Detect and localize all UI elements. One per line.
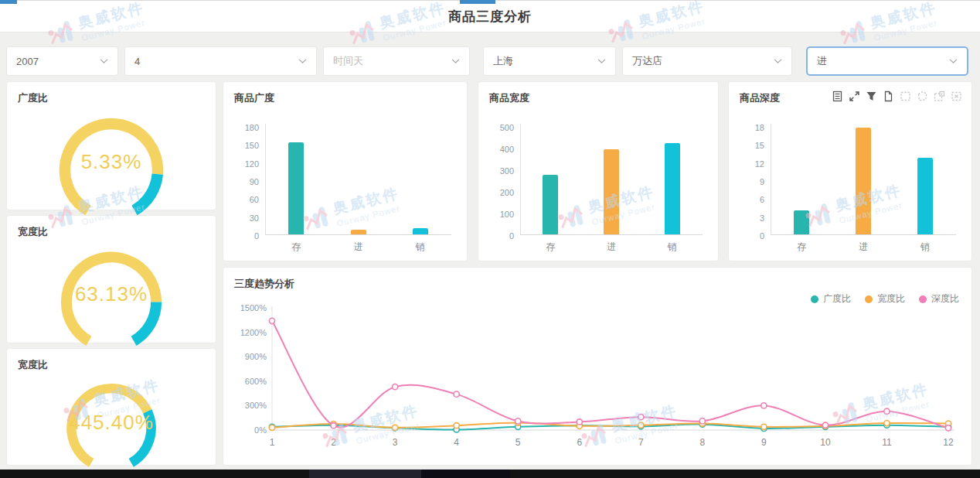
month-dropdown[interactable]: 4	[124, 46, 317, 76]
trend-line-chart[interactable]: 0%300%600%900%1200%1500%123456789101112	[230, 299, 964, 464]
legend-label: 宽度比	[877, 292, 905, 306]
y-axis-line	[771, 124, 771, 235]
y-axis-tick-label: 500	[485, 123, 514, 132]
y-axis-tick-label: 60	[230, 195, 259, 204]
y-axis-tick-label: 18	[735, 123, 764, 132]
chart-title: 三度趋势分析	[223, 268, 971, 294]
save-image-icon[interactable]	[883, 90, 894, 102]
header-bar: 商品三度分析	[0, 0, 980, 32]
filter-icon[interactable]	[866, 90, 877, 102]
gauge-title: 广度比	[7, 82, 216, 108]
legend-dot-icon	[919, 295, 927, 303]
rect-brush-icon[interactable]	[900, 90, 911, 102]
metric-dropdown-value: 进	[817, 54, 827, 68]
gauge-chart: 63.13%	[7, 242, 216, 362]
svg-text:12: 12	[943, 437, 954, 448]
gauge-value: 5.33%	[7, 150, 216, 174]
metric-dropdown[interactable]: 进	[806, 46, 968, 76]
chevron-down-icon	[451, 59, 460, 64]
polygon-brush-icon[interactable]	[917, 90, 928, 102]
bar[interactable]	[288, 142, 304, 234]
bar[interactable]	[665, 143, 680, 234]
y-axis-tick-label: 0	[735, 231, 764, 241]
bar-chart-product-breadth[interactable]: 0306090120150180存进销	[230, 108, 458, 255]
svg-text:4: 4	[454, 437, 459, 448]
bar-chart-product-width[interactable]: 0100200300400500存进销	[485, 108, 709, 255]
x-axis-category-label: 进	[342, 241, 376, 254]
fullscreen-icon[interactable]	[849, 90, 860, 102]
time-dimension-placeholder: 时间天	[333, 54, 363, 68]
x-axis-category-label: 销	[655, 241, 689, 254]
city-dropdown[interactable]: 上海	[483, 46, 616, 76]
month-dropdown-value: 4	[134, 56, 140, 67]
legend-item-depth-ratio[interactable]: 深度比	[919, 292, 959, 306]
city-dropdown-value: 上海	[493, 54, 513, 68]
keep-selection-icon[interactable]	[934, 90, 945, 102]
year-dropdown[interactable]: 2007	[6, 46, 118, 76]
bar[interactable]	[543, 175, 558, 234]
x-axis-category-label: 存	[784, 241, 818, 254]
x-axis-category-label: 进	[594, 241, 628, 254]
legend-label: 深度比	[931, 292, 959, 306]
y-axis-tick-label: 30	[230, 213, 259, 223]
chevron-down-icon	[597, 59, 606, 64]
y-axis-tick-label: 6	[735, 195, 764, 204]
chart-card-product-breadth: 商品广度 0306090120150180存进销	[223, 81, 468, 261]
chart-card-product-width: 商品宽度 0100200300400500存进销	[478, 81, 719, 261]
legend-item-width-ratio[interactable]: 宽度比	[865, 292, 905, 306]
bar[interactable]	[413, 228, 428, 234]
gauge-card-width-ratio: 宽度比 63.13%	[6, 215, 216, 343]
svg-text:900%: 900%	[245, 352, 267, 361]
chevron-down-icon	[774, 59, 782, 64]
y-axis-tick-label: 400	[485, 145, 514, 154]
gauge-value: 445.40%	[7, 411, 216, 435]
legend-item-breadth-ratio[interactable]: 广度比	[811, 292, 851, 306]
bar[interactable]	[794, 210, 809, 234]
svg-text:11: 11	[882, 437, 892, 448]
y-axis-tick-label: 9	[735, 177, 764, 186]
svg-text:2: 2	[331, 437, 336, 448]
gauge-value: 63.13%	[7, 282, 216, 306]
svg-text:0%: 0%	[254, 425, 267, 435]
x-axis-line	[771, 234, 956, 235]
bar-chart-product-depth[interactable]: 0369121518存进销	[735, 108, 962, 255]
store-dropdown[interactable]: 万达店	[622, 46, 792, 76]
chevron-down-icon	[949, 59, 958, 64]
gauge-chart: 445.40%	[7, 375, 216, 478]
data-view-icon[interactable]	[832, 90, 843, 102]
x-axis-category-label: 存	[279, 241, 313, 254]
y-axis-tick-label: 3	[735, 213, 764, 223]
x-axis-category-label: 进	[846, 241, 880, 254]
y-axis-tick-label: 0	[230, 231, 259, 241]
bar[interactable]	[351, 230, 366, 234]
gauge-card-width-ratio-2: 宽度比 445.40%	[6, 348, 216, 466]
accent-chip-left	[0, 0, 17, 4]
svg-text:300%: 300%	[245, 401, 267, 410]
clear-selection-icon[interactable]	[951, 90, 962, 102]
x-axis-category-label: 销	[908, 241, 942, 254]
time-dimension-dropdown[interactable]: 时间天	[323, 46, 470, 76]
y-axis-tick-label: 15	[735, 141, 764, 150]
x-axis-line	[520, 234, 703, 235]
chart-card-trend-analysis: 三度趋势分析 广度比 宽度比 深度比 0%300%600%900%1200%15…	[223, 267, 972, 466]
bar[interactable]	[917, 158, 933, 234]
svg-text:8: 8	[699, 437, 705, 448]
legend-dot-icon	[865, 295, 873, 303]
x-axis-category-label: 销	[403, 241, 437, 254]
svg-text:9: 9	[761, 437, 767, 448]
chart-legend: 广度比 宽度比 深度比	[811, 292, 959, 306]
chart-title: 商品宽度	[478, 82, 718, 108]
svg-text:1: 1	[270, 437, 275, 448]
gauge-chart: 5.33%	[7, 108, 216, 232]
y-axis-tick-label: 120	[230, 159, 259, 169]
chevron-down-icon	[100, 59, 108, 64]
y-axis-tick-label: 90	[230, 177, 259, 186]
bar[interactable]	[856, 128, 871, 234]
store-dropdown-value: 万达店	[632, 54, 662, 68]
accent-chip-center	[460, 0, 495, 4]
bar[interactable]	[604, 149, 619, 234]
y-axis-tick-label: 200	[485, 188, 514, 197]
x-axis-category-label: 存	[533, 241, 567, 254]
y-axis-line	[265, 124, 266, 235]
gauge-title: 宽度比	[7, 349, 216, 375]
